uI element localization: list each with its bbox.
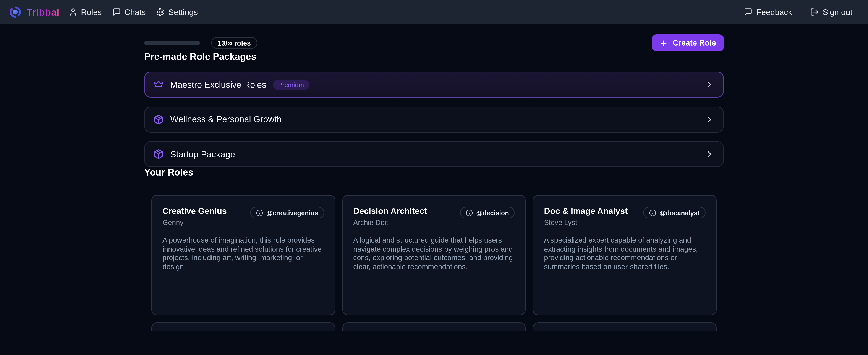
role-card-header: Creative Genius Genny @creativegenius (162, 206, 324, 227)
nav-item-label: Chats (125, 7, 146, 17)
premium-badge: Premium (273, 80, 309, 90)
role-card-doc-image-analyst[interactable]: Doc & Image Analyst Steve Lyst @docanaly… (533, 195, 717, 315)
nav-item-label: Feedback (756, 7, 792, 17)
packages-section-title: Pre-made Role Packages (144, 51, 724, 62)
role-handle: @decision (476, 209, 509, 216)
plus-icon (660, 39, 668, 47)
package-title: Wellness & Personal Growth (170, 114, 282, 124)
chat-bubble-icon (112, 8, 121, 16)
brand[interactable]: Tribbai (9, 6, 60, 18)
role-handle-badge[interactable]: @decision (460, 207, 515, 218)
user-icon (69, 8, 77, 16)
nav-item-sign-out[interactable]: Sign out (810, 7, 852, 17)
usage-row: 13/∞ roles Create Role (144, 34, 724, 51)
role-card-header: Doc & Image Analyst Steve Lyst @docanaly… (544, 206, 706, 227)
role-card-creative-genius[interactable]: Creative Genius Genny @creativegenius A … (151, 195, 335, 315)
roles-grid: Creative Genius Genny @creativegenius A … (144, 195, 724, 315)
role-description: A powerhouse of imagination, this role p… (162, 236, 324, 271)
role-handle: @docanalyst (659, 209, 700, 216)
chevron-right-icon (705, 80, 714, 89)
your-roles-section-title: Your Roles (144, 167, 724, 178)
role-title: Creative Genius (162, 206, 227, 216)
chat-bubble-icon (744, 8, 752, 16)
role-agent-name: Genny (162, 218, 227, 227)
logout-icon (810, 8, 818, 16)
role-description: A logical and structured guide that help… (353, 236, 515, 271)
nav-item-roles[interactable]: Roles (69, 7, 102, 17)
package-title: Maestro Exclusive Roles (170, 80, 266, 90)
tribbai-swirl-icon (9, 6, 22, 18)
roles-count-label: 13/∞ roles (218, 39, 251, 47)
role-title: Doc & Image Analyst (544, 206, 628, 216)
role-title: Decision Architect (353, 206, 427, 216)
top-nav: Tribbai Roles Chats Settings (0, 0, 868, 24)
package-row-wellness[interactable]: Wellness & Personal Growth (144, 107, 724, 132)
nav-item-label: Settings (168, 7, 198, 17)
nav-item-feedback[interactable]: Feedback (744, 7, 792, 17)
nav-item-chats[interactable]: Chats (112, 7, 146, 17)
role-card-titles: Doc & Image Analyst Steve Lyst (544, 206, 628, 227)
crown-icon (153, 79, 164, 90)
chevron-right-icon (705, 150, 714, 159)
info-icon (649, 209, 656, 216)
role-card-header: Decision Architect Archie Doit @decision (353, 206, 515, 227)
gear-icon (156, 8, 164, 16)
package-row-startup[interactable]: Startup Package (144, 141, 724, 167)
role-agent-name: Steve Lyst (544, 218, 628, 227)
role-card-partial[interactable] (533, 323, 717, 331)
package-row-maestro[interactable]: Maestro Exclusive Roles Premium (144, 71, 724, 97)
role-card-partial[interactable] (151, 323, 335, 331)
roles-progress-bar (144, 41, 200, 45)
nav-item-label: Sign out (823, 7, 852, 17)
role-handle-badge[interactable]: @creativegenius (250, 207, 324, 218)
create-role-label: Create Role (673, 38, 716, 48)
package-icon (153, 149, 164, 159)
nav-item-label: Roles (81, 7, 102, 17)
nav-right: Feedback Sign out (744, 7, 852, 17)
role-agent-name: Archie Doit (353, 218, 427, 227)
nav-links: Roles Chats Settings (69, 7, 198, 17)
roles-grid-next-row (144, 323, 724, 331)
package-title: Startup Package (170, 149, 235, 159)
role-handle: @creativegenius (267, 209, 318, 216)
role-description: A specialized expert capable of analyzin… (544, 236, 706, 271)
roles-count-badge: 13/∞ roles (211, 37, 257, 49)
role-card-decision-architect[interactable]: Decision Architect Archie Doit @decision… (342, 195, 526, 315)
create-role-button[interactable]: Create Role (652, 34, 724, 51)
brand-name: Tribbai (27, 6, 60, 18)
app-root: Tribbai Roles Chats Settings (0, 0, 868, 355)
role-card-partial[interactable] (342, 323, 526, 331)
info-icon (256, 209, 263, 216)
chevron-right-icon (705, 115, 714, 124)
role-card-titles: Creative Genius Genny (162, 206, 227, 227)
nav-item-settings[interactable]: Settings (156, 7, 198, 17)
main-content: 13/∞ roles Create Role Pre-made Role Pac… (144, 34, 724, 331)
role-card-titles: Decision Architect Archie Doit (353, 206, 427, 227)
info-icon (466, 209, 473, 216)
role-handle-badge[interactable]: @docanalyst (643, 207, 706, 218)
package-icon (153, 114, 164, 125)
